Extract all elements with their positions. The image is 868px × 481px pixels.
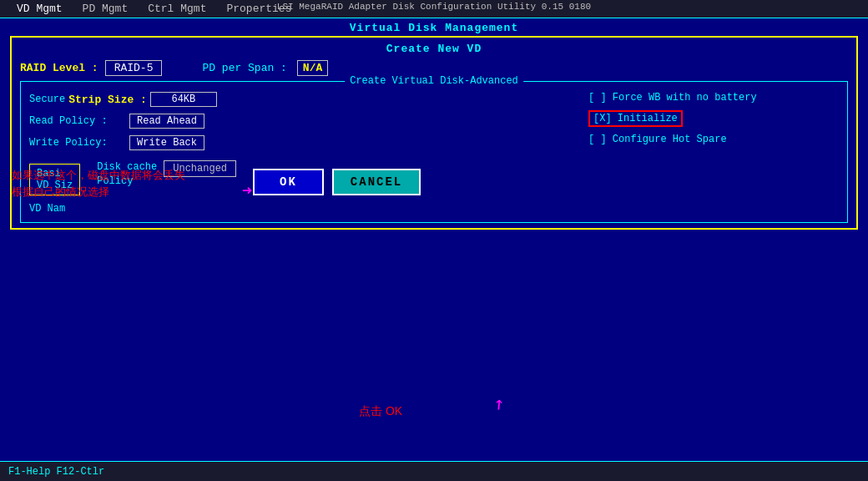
secure-label: Secure	[29, 94, 65, 105]
advanced-box: Create Virtual Disk-Advanced Secure Stri…	[20, 81, 848, 223]
write-policy-row: Write Policy: Write Back	[29, 135, 563, 150]
advanced-title: Create Virtual Disk-Advanced	[345, 75, 523, 87]
arrow-to-initialize: ➜	[242, 180, 252, 201]
left-column: Secure Strip Size : 64KB Read Policy : R…	[29, 92, 580, 157]
right-column: [ ] Force WB with no battery [X] Initial…	[580, 92, 839, 157]
outer-box: Create New VD RAID Level : RAID-5 PD per…	[10, 36, 858, 230]
read-policy-label: Read Policy :	[29, 115, 129, 127]
annotation-chinese: 如果选中这个，磁盘中数据将会丢失 根据自己的情况选择	[12, 167, 185, 200]
bottom-bar: F1-Help F12-Ctlr	[0, 461, 868, 481]
raid-level-label: RAID Level :	[20, 62, 98, 74]
advanced-content: Secure Strip Size : 64KB Read Policy : R…	[29, 92, 839, 157]
menu-ctrl-mgmt[interactable]: Ctrl Mgmt	[138, 3, 216, 15]
section-title: Virtual Disk Management	[7, 22, 861, 34]
cancel-button[interactable]: CANCEL	[332, 169, 421, 195]
read-policy-value[interactable]: Read Ahead	[129, 114, 204, 129]
force-wb-option[interactable]: [ ] Force WB with no battery	[588, 92, 839, 104]
top-title: LSI MegaRAID Adapter Disk Configuration …	[277, 2, 591, 12]
bottom-bar-text: F1-Help F12-Ctlr	[8, 466, 104, 478]
ok-button[interactable]: OK	[253, 169, 324, 195]
read-policy-row: Read Policy : Read Ahead	[29, 114, 563, 129]
strip-size-row: Secure Strip Size : 64KB	[29, 92, 563, 107]
strip-size-label: Strip Size :	[68, 94, 147, 106]
buttons-row: OK CANCEL	[253, 169, 421, 195]
click-ok-annotation: 点击 OK	[359, 404, 402, 419]
menu-vd-mgmt[interactable]: VD Mgmt	[7, 3, 73, 15]
vd-name-row: VD Nam	[29, 200, 839, 215]
create-vd-title: Create New VD	[20, 43, 848, 55]
main-area: Virtual Disk Management Create New VD RA…	[0, 18, 868, 461]
initialize-highlight[interactable]: [X] Initialize	[588, 110, 683, 127]
menu-pd-mgmt[interactable]: PD Mgmt	[73, 3, 139, 15]
write-policy-label: Write Policy:	[29, 137, 129, 149]
pd-span-value: N/A	[297, 60, 328, 76]
arrow-to-ok: ↗	[487, 392, 510, 416]
raid-level-value: RAID-5	[105, 60, 163, 76]
hot-spare-option[interactable]: [ ] Configure Hot Spare	[588, 134, 839, 145]
strip-size-value[interactable]: 64KB	[150, 92, 217, 107]
initialize-option[interactable]: [X] Initialize	[588, 110, 839, 127]
raid-row: RAID Level : RAID-5 PD per Span : N/A	[20, 60, 848, 76]
write-policy-value[interactable]: Write Back	[129, 135, 204, 150]
pd-span-label: PD per Span :	[202, 62, 286, 74]
top-bar: VD Mgmt PD Mgmt Ctrl Mgmt Properties LSI…	[0, 0, 868, 18]
vd-name-label: VD Nam	[29, 203, 65, 215]
